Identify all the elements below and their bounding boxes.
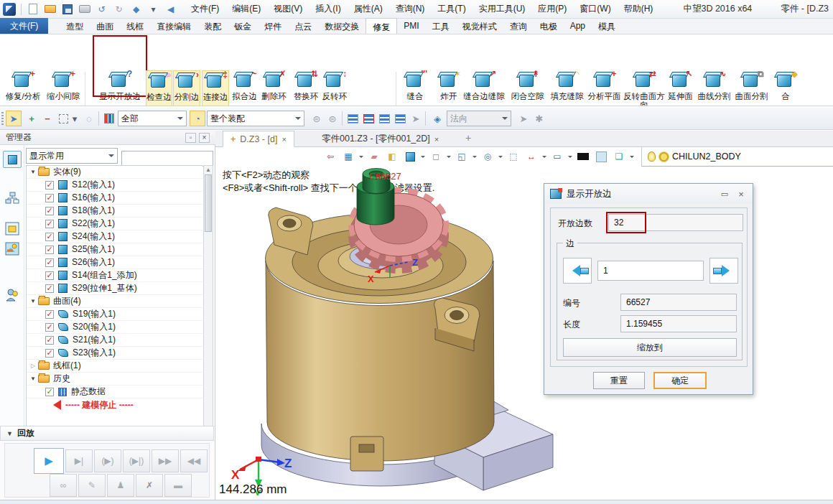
- print-button[interactable]: [78, 4, 90, 15]
- tab-repair[interactable]: 修复: [366, 18, 397, 34]
- tab-close-icon[interactable]: ×: [434, 135, 439, 144]
- tree-search-input[interactable]: [121, 151, 213, 167]
- expand-icon[interactable]: ▼: [29, 375, 37, 382]
- ribbon-button-connect-edge[interactable]: ‡ 连接边: [202, 70, 229, 106]
- ribbon-button-delete-loop[interactable]: ✗ 删除环: [260, 72, 288, 106]
- menu-insert[interactable]: 插入(I): [310, 1, 346, 17]
- list-filter-4[interactable]: [392, 111, 408, 126]
- checkbox[interactable]: ✓: [45, 258, 54, 267]
- menu-help[interactable]: 帮助(H): [618, 1, 659, 17]
- ribbon-button-check-edge[interactable]: ⌕ 检查边: [146, 70, 172, 106]
- open-file-button[interactable]: [44, 4, 56, 15]
- toolbar-collapse-button[interactable]: ▾: [147, 4, 159, 15]
- tree-item-s29[interactable]: ✓S29(拉伸1_基体): [27, 282, 203, 295]
- normal-dropdown[interactable]: 法向: [447, 111, 511, 126]
- tree-item-s16[interactable]: ✓S16(输入1): [27, 192, 203, 205]
- tree-item-s21[interactable]: ✓S21(输入1): [27, 334, 203, 347]
- checkbox[interactable]: ✓: [45, 388, 54, 396]
- visual-manager-icon[interactable]: [3, 240, 22, 257]
- checkbox[interactable]: ✓: [45, 181, 54, 190]
- role-manager-icon[interactable]: [3, 286, 22, 303]
- replay-edit-button[interactable]: ✎: [78, 474, 106, 497]
- checkbox[interactable]: ✓: [45, 349, 54, 358]
- replay-delete-button[interactable]: ✗: [136, 474, 163, 497]
- ribbon-button-curve-split[interactable]: ∿ 曲线分割: [696, 72, 732, 106]
- edge-index-input[interactable]: 1: [597, 261, 704, 281]
- selection-filter-button[interactable]: [101, 111, 117, 126]
- replay-run-to-feature-button[interactable]: ♟: [107, 474, 134, 497]
- tree-filter-dropdown[interactable]: 显示常用: [26, 148, 118, 164]
- tab-surface[interactable]: 曲面: [90, 18, 120, 34]
- scrollbar-thumb[interactable]: [205, 174, 212, 232]
- pair-icon-1[interactable]: ⊜: [309, 111, 325, 126]
- add-selection-button[interactable]: +: [24, 111, 39, 126]
- tree-item-s20[interactable]: ✓S20(输入1): [27, 321, 203, 334]
- collapse-icon[interactable]: ▷: [29, 363, 37, 369]
- ribbon-button-split-edge[interactable]: › 分割边: [173, 70, 200, 106]
- redo-button[interactable]: ↻: [113, 4, 125, 15]
- ribbon-button-extend-face[interactable]: ↖ 延伸面: [666, 72, 695, 106]
- checkbox[interactable]: ✓: [45, 246, 54, 254]
- tree-item-s19[interactable]: ✓S19(输入1): [27, 308, 203, 321]
- doc-tab-inactive[interactable]: 零件001.Z3 - [零件001_2D] ×: [315, 131, 446, 147]
- ribbon-button-fit-edge[interactable]: ~ 拟合边: [231, 72, 259, 106]
- pick-point-button[interactable]: ➤: [516, 111, 531, 126]
- checkbox[interactable]: ✓: [45, 271, 54, 280]
- pick-filter-button[interactable]: ◆: [130, 4, 142, 15]
- reference-globe-button[interactable]: ◈: [429, 111, 445, 126]
- zoom-to-button[interactable]: 缩放到: [563, 338, 737, 357]
- replay-rewind-button[interactable]: ◀◀: [180, 449, 208, 472]
- tab-point-cloud[interactable]: 点云: [288, 18, 318, 34]
- menu-tools[interactable]: 工具(T): [432, 1, 471, 17]
- ribbon-button-fill-gap[interactable]: ◠ 填充缝隙: [548, 72, 586, 106]
- replay-fast-forward-button[interactable]: ▶▶: [152, 449, 179, 472]
- dialog-close-button[interactable]: ×: [735, 189, 747, 200]
- select-cursor-button[interactable]: ➤: [6, 111, 22, 126]
- tab-visual-style[interactable]: 视觉样式: [456, 18, 503, 34]
- replay-header[interactable]: ▼ 回放: [0, 426, 214, 441]
- tab-electrode[interactable]: 电极: [534, 18, 564, 34]
- checkbox[interactable]: ✓: [45, 323, 54, 332]
- ok-button[interactable]: 确定: [653, 372, 707, 389]
- tree-item-s14[interactable]: ✓S14(组合1_添加): [27, 269, 203, 282]
- tree-item-s26[interactable]: ✓S26(输入1): [27, 256, 203, 269]
- ribbon-button-explode[interactable]: ✶ 炸开: [435, 72, 462, 106]
- ribbon-button-reverse-face-direction[interactable]: ⇄ 反转曲面方向: [623, 72, 665, 106]
- list-filter-3[interactable]: [376, 111, 392, 126]
- tab-direct-edit[interactable]: 直接编辑: [150, 18, 197, 34]
- history-manager-icon[interactable]: [3, 151, 22, 168]
- marquee-select-button[interactable]: [55, 111, 71, 126]
- expand-icon[interactable]: ▼: [29, 298, 37, 304]
- tree-item-s22[interactable]: ✓S22(输入1): [27, 218, 203, 230]
- replay-link-button[interactable]: ∞: [50, 474, 77, 497]
- tab-mold[interactable]: 模具: [592, 18, 622, 34]
- view-manager-icon[interactable]: [3, 220, 22, 237]
- menu-edit[interactable]: 编辑(E): [226, 1, 266, 17]
- ribbon-button-sew[interactable]: ''' 缝合: [401, 72, 429, 106]
- next-edge-button[interactable]: [709, 258, 738, 284]
- tree-item-model-stop[interactable]: ----- 建模停止 -----: [27, 398, 203, 411]
- dialog-title-bar[interactable]: 显示开放边 ▭ ×: [544, 184, 753, 204]
- previous-edge-button[interactable]: [563, 258, 592, 284]
- tree-folder-solids[interactable]: ▼实体(9): [27, 166, 203, 179]
- tree-item-s12[interactable]: ✓S12(输入1): [27, 179, 203, 192]
- menu-view[interactable]: 视图(V): [268, 1, 308, 17]
- menu-file[interactable]: 文件(F): [185, 1, 225, 17]
- tab-shape[interactable]: 造型: [60, 18, 90, 34]
- list-filter-2[interactable]: [360, 111, 376, 126]
- menu-inquire[interactable]: 查询(N): [390, 1, 431, 17]
- tree-folder-history[interactable]: ▼历史: [27, 373, 203, 386]
- tree-item-static-data[interactable]: ✓静态数据: [27, 386, 203, 398]
- doc-tab-active[interactable]: + D.Z3 - [d] ×: [223, 131, 294, 147]
- tab-close-icon[interactable]: ×: [281, 135, 286, 144]
- replay-play-through-button[interactable]: (▶|): [123, 449, 150, 472]
- tab-wireframe[interactable]: 线框: [120, 18, 150, 34]
- menu-window[interactable]: 窗口(W): [574, 1, 616, 17]
- checkbox[interactable]: ✓: [45, 336, 54, 345]
- replay-play-button[interactable]: ▶: [34, 448, 64, 474]
- ribbon-button-close-gap[interactable]: ↟ 闭合空隙: [508, 72, 547, 106]
- tab-data-exchange[interactable]: 数据交换: [318, 18, 366, 34]
- tree-scrollbar[interactable]: ▲ ▼: [203, 165, 213, 457]
- tree-item-s24[interactable]: ✓S24(输入1): [27, 230, 203, 243]
- checkbox[interactable]: ✓: [45, 233, 54, 241]
